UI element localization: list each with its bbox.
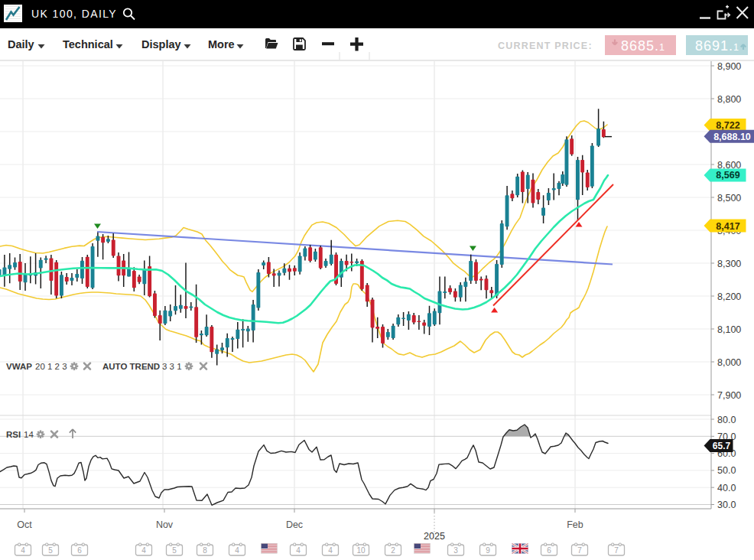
svg-text:5: 5	[172, 546, 177, 555]
svg-text:CURRENT PRICE:: CURRENT PRICE:	[498, 41, 593, 51]
svg-text:8,300: 8,300	[717, 259, 741, 269]
svg-text:8,722: 8,722	[716, 120, 739, 131]
svg-text:14: 14	[24, 430, 34, 439]
svg-text:AUTO TREND: AUTO TREND	[102, 362, 160, 371]
svg-text:Display: Display	[141, 38, 181, 50]
svg-text:65.7: 65.7	[713, 441, 731, 451]
svg-text:4: 4	[235, 546, 239, 555]
svg-text:4: 4	[328, 546, 333, 555]
svg-text:2: 2	[391, 546, 395, 555]
svg-text:Daily: Daily	[8, 38, 34, 50]
svg-text:9: 9	[486, 546, 490, 555]
svg-text:3 3 1: 3 3 1	[162, 362, 182, 371]
svg-text:8: 8	[203, 546, 207, 555]
svg-text:30.0: 30.0	[717, 500, 736, 510]
svg-text:7: 7	[614, 546, 619, 555]
svg-text:RSI: RSI	[6, 430, 21, 439]
svg-text:80.0: 80.0	[717, 415, 736, 425]
svg-text:Technical: Technical	[63, 38, 113, 50]
svg-text:8691.1: 8691.1	[695, 38, 739, 54]
svg-text:6: 6	[77, 546, 82, 555]
svg-text:6: 6	[547, 546, 551, 555]
svg-text:UK 100, DAILY: UK 100, DAILY	[31, 8, 117, 20]
svg-text:8,100: 8,100	[717, 324, 741, 335]
svg-text:8,500: 8,500	[717, 193, 741, 203]
svg-text:Dec: Dec	[286, 519, 303, 530]
svg-text:8,688.10: 8,688.10	[713, 132, 751, 142]
svg-text:8,569: 8,569	[716, 170, 739, 181]
svg-text:50.0: 50.0	[717, 465, 736, 476]
svg-text:2025: 2025	[424, 531, 445, 542]
svg-text:8,900: 8,900	[717, 61, 741, 72]
svg-text:8685.1: 8685.1	[621, 38, 665, 54]
svg-text:40.0: 40.0	[717, 483, 736, 493]
svg-text:10: 10	[356, 546, 366, 555]
svg-text:4: 4	[141, 546, 146, 555]
svg-text:5: 5	[48, 546, 53, 555]
svg-text:3: 3	[453, 546, 458, 555]
svg-text:Oct: Oct	[17, 519, 32, 530]
svg-text:More: More	[208, 38, 235, 50]
svg-text:Feb: Feb	[567, 519, 583, 530]
svg-text:8,417: 8,417	[716, 221, 739, 232]
svg-text:4: 4	[296, 546, 301, 555]
svg-text:8,200: 8,200	[717, 291, 741, 302]
svg-text:20 1 2 3: 20 1 2 3	[35, 362, 67, 371]
svg-text:8,800: 8,800	[717, 94, 741, 105]
svg-text:VWAP: VWAP	[6, 362, 32, 371]
svg-text:7: 7	[577, 546, 582, 555]
svg-text:Nov: Nov	[156, 519, 174, 530]
svg-text:7,900: 7,900	[717, 390, 741, 401]
svg-text:8,000: 8,000	[717, 357, 741, 368]
svg-text:4: 4	[21, 546, 25, 555]
